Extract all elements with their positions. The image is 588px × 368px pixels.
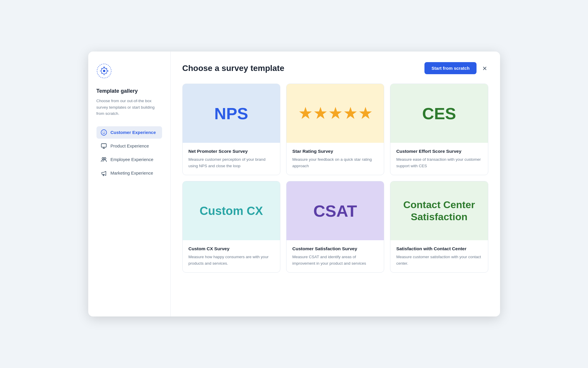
logo xyxy=(96,63,112,79)
custom-cx-card-name: Custom CX Survey xyxy=(189,246,274,251)
sidebar: Template gallery Choose from our out-of-… xyxy=(88,52,171,316)
page-title: Choose a survey template xyxy=(182,64,284,73)
sidebar-item-label-employee: Employee Experience xyxy=(111,157,154,162)
svg-point-10 xyxy=(103,70,105,72)
main-content: Choose a survey template Start from scra… xyxy=(171,52,500,316)
custom-cx-label: Custom CX xyxy=(199,204,263,218)
star-visual: ★ ★ ★ ★ ★ xyxy=(286,84,384,143)
svg-point-7 xyxy=(106,73,107,74)
template-card-contact-center[interactable]: Contact CenterSatisfaction Satisfaction … xyxy=(390,181,488,273)
sidebar-description: Choose from our out-of-the box survey te… xyxy=(96,98,162,117)
custom-cx-visual: Custom CX xyxy=(183,181,280,240)
csat-card-name: Customer Satisfaction Survey xyxy=(292,246,378,251)
ces-card-name: Customer Effort Score Survey xyxy=(396,149,482,154)
svg-point-5 xyxy=(103,74,105,75)
people-icon xyxy=(101,156,107,163)
sidebar-item-customer-experience[interactable]: Customer Experience xyxy=(96,126,162,139)
csat-visual: CSAT xyxy=(286,181,384,240)
custom-cx-card-body: Custom CX Survey Measure how happy consu… xyxy=(183,240,280,272)
contact-center-card-desc: Measure customer satisfaction with your … xyxy=(396,254,482,266)
stars-row: ★ ★ ★ ★ ★ xyxy=(299,105,372,122)
star-5: ★ xyxy=(359,105,372,122)
contact-center-visual: Contact CenterSatisfaction xyxy=(390,181,488,240)
template-card-star-rating[interactable]: ★ ★ ★ ★ ★ Star Rating Survey Measure you… xyxy=(286,84,384,175)
svg-point-6 xyxy=(106,68,107,69)
contact-center-card-body: Satisfaction with Contact Center Measure… xyxy=(390,240,488,272)
nps-card-body: Net Promoter Score Survey Measure custom… xyxy=(183,143,280,175)
svg-point-13 xyxy=(104,132,105,132)
star-card-name: Star Rating Survey xyxy=(292,149,378,154)
nps-label: NPS xyxy=(214,104,248,123)
svg-point-2 xyxy=(103,67,105,68)
csat-label: CSAT xyxy=(313,201,357,221)
ces-label: CES xyxy=(422,104,456,123)
custom-cx-card-desc: Measure how happy consumers are with you… xyxy=(189,254,274,266)
svg-point-4 xyxy=(100,70,101,72)
nps-card-name: Net Promoter Score Survey xyxy=(189,149,274,154)
csat-card-desc: Measure CSAT and identify areas of impro… xyxy=(292,254,378,266)
template-card-csat[interactable]: CSAT Customer Satisfaction Survey Measur… xyxy=(286,181,384,273)
sidebar-item-marketing-experience[interactable]: Marketing Experience xyxy=(96,167,162,179)
sidebar-item-label-customer: Customer Experience xyxy=(111,130,156,135)
contact-center-card-name: Satisfaction with Contact Center xyxy=(396,246,482,251)
star-1: ★ xyxy=(299,105,312,122)
template-grid: NPS Net Promoter Score Survey Measure cu… xyxy=(182,84,488,273)
star-3: ★ xyxy=(329,105,342,122)
close-button[interactable]: × xyxy=(481,63,488,73)
monitor-icon xyxy=(101,143,107,149)
sidebar-item-label-marketing: Marketing Experience xyxy=(111,170,153,175)
template-card-ces[interactable]: CES Customer Effort Score Survey Measure… xyxy=(390,84,488,175)
nps-card-desc: Measure customer perception of your bran… xyxy=(189,156,274,169)
sidebar-item-label-product: Product Experience xyxy=(111,143,149,148)
star-card-body: Star Rating Survey Measure your feedback… xyxy=(286,143,384,175)
svg-point-11 xyxy=(101,130,106,135)
start-from-scratch-button[interactable]: Start from scratch xyxy=(424,62,477,74)
sidebar-nav: Customer Experience Product Experience xyxy=(96,126,162,179)
svg-point-15 xyxy=(102,158,104,159)
ces-card-body: Customer Effort Score Survey Measure eas… xyxy=(390,143,488,175)
star-2: ★ xyxy=(314,105,327,122)
sidebar-item-product-experience[interactable]: Product Experience xyxy=(96,140,162,152)
contact-center-label: Contact CenterSatisfaction xyxy=(403,199,475,223)
csat-card-body: Customer Satisfaction Survey Measure CSA… xyxy=(286,240,384,272)
modal-container: Template gallery Choose from our out-of-… xyxy=(88,52,500,316)
template-card-nps[interactable]: NPS Net Promoter Score Survey Measure cu… xyxy=(182,84,280,175)
template-card-custom-cx[interactable]: Custom CX Custom CX Survey Measure how h… xyxy=(182,181,280,273)
svg-point-9 xyxy=(101,73,102,74)
megaphone-icon xyxy=(101,170,107,176)
star-card-desc: Measure your feedback on a quick star ra… xyxy=(292,156,378,169)
svg-point-12 xyxy=(102,132,103,132)
svg-point-3 xyxy=(107,70,109,72)
sidebar-title: Template gallery xyxy=(96,88,162,94)
smiley-icon xyxy=(101,129,107,136)
star-4: ★ xyxy=(344,105,357,122)
ces-visual: CES xyxy=(390,84,488,143)
svg-point-16 xyxy=(104,158,106,159)
header-actions: Start from scratch × xyxy=(424,62,488,74)
svg-point-8 xyxy=(101,68,102,69)
nps-visual: NPS xyxy=(183,84,280,143)
page-header: Choose a survey template Start from scra… xyxy=(182,62,488,74)
sidebar-item-employee-experience[interactable]: Employee Experience xyxy=(96,153,162,166)
ces-card-desc: Measure ease of transaction with your cu… xyxy=(396,156,482,169)
svg-rect-14 xyxy=(101,144,106,147)
